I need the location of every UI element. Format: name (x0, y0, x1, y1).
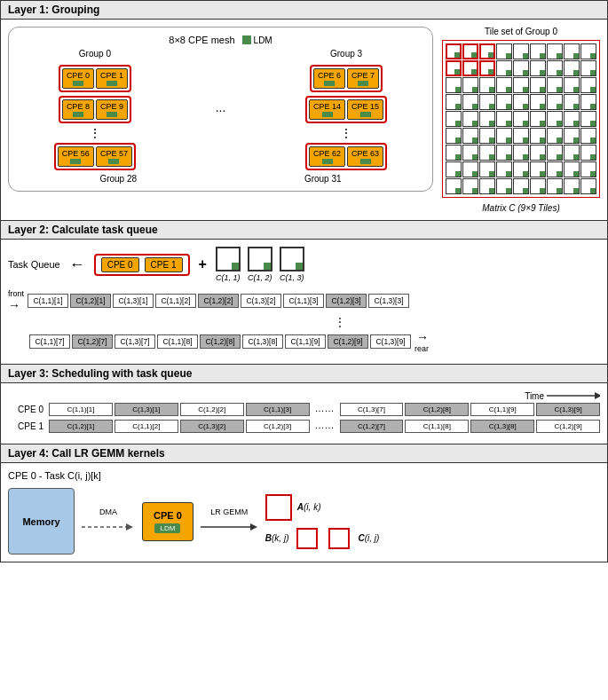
tile-cell-8-7 (564, 178, 580, 194)
cpe9-box: CPE 9 (96, 99, 128, 120)
layer1-section: Layer 1: Grouping 8×8 CPE mesh LDM Group… (1, 1, 607, 221)
layer2-content: Task Queue ← CPE 0 CPE 1 + C(1, 1) (1, 240, 607, 364)
tile-cell-7-2 (479, 161, 495, 177)
group0-label: Group 0 (79, 49, 111, 59)
qr2-c5: C(1,2)[8] (200, 334, 241, 349)
tile-ldm-5-6 (557, 138, 562, 143)
schedule-header: Time (8, 390, 600, 401)
tile-cell-4-3 (496, 111, 512, 127)
tile-ldm-1-8 (590, 70, 596, 75)
group-bottom-labels: Group 28 Group 31 (16, 174, 425, 184)
tile-c13-ldm (296, 263, 303, 270)
qr2-c6: C(1,3)[8] (242, 334, 283, 349)
tile-cell-4-2 (479, 111, 495, 127)
cpe-task-label: CPE 0 - Task C(i, j)[k] (8, 470, 600, 481)
tile-ldm-2-0 (455, 87, 461, 92)
tile-cell-1-1 (462, 60, 478, 76)
group3-row-bottom: CPE 62 CPE 63 (305, 143, 387, 170)
rear-label: rear (415, 344, 429, 353)
memory-box: Memory (8, 488, 75, 554)
tile-c13-icon: C(1, 3) (280, 247, 304, 282)
tile-cell-3-3 (496, 94, 512, 110)
tile-c12-label: C(1, 2) (248, 273, 272, 282)
cpe15-ldm (360, 112, 371, 117)
matrix-b-tile (296, 528, 318, 549)
qr1-c6: C(1,3)[2] (241, 294, 281, 308)
ldm-legend-label: LDM (254, 35, 272, 45)
tile-ldm-3-7 (573, 104, 579, 109)
qr1-c4: C(1,1)[2] (155, 294, 196, 308)
tile-ldm-7-5 (540, 171, 545, 177)
ldm-badge-label: LDM (160, 524, 175, 532)
tile-ldm-8-4 (523, 188, 528, 193)
tile-cell-8-6 (547, 178, 563, 194)
tile-cell-6-3 (496, 145, 512, 161)
cpe0-dots: …… (312, 403, 338, 416)
layer1-content: 8×8 CPE mesh LDM Group 0 CPE 0 (1, 20, 607, 220)
tile-ldm-6-7 (573, 154, 579, 160)
task-queue-row: Task Queue ← CPE 0 CPE 1 + C(1, 1) (8, 247, 600, 282)
dma-arrow-area: DMA (82, 507, 135, 536)
task-queue-arrow: ← (69, 256, 85, 274)
tile-ldm-7-4 (523, 171, 528, 177)
tile-ldm-1-3 (506, 70, 511, 75)
group0-row1: CPE 0 CPE 1 (59, 65, 131, 92)
dma-arrow-svg (82, 518, 135, 536)
tile-ldm-7-1 (472, 171, 478, 177)
cpe1-c2: C(1,1)[2] (114, 420, 178, 433)
tile-ldm-8-0 (455, 188, 461, 193)
matrix-c-label: C(i, j) (358, 533, 379, 543)
tile-ldm-7-2 (489, 171, 494, 177)
queue-row2: C(1,1)[7] C(1,2)[7] C(1,3)[7] C(1,1)[8] … (29, 334, 411, 349)
tile-cell-8-8 (580, 178, 596, 194)
tile-ldm-5-7 (573, 138, 579, 143)
tile-cell-7-3 (496, 161, 512, 177)
tile-ldm-0-2 (488, 52, 494, 58)
tile-cell-5-5 (530, 128, 546, 144)
tile-cell-7-4 (513, 161, 529, 177)
tile-ldm-0-1 (471, 52, 477, 58)
tile-ldm-0-3 (506, 53, 511, 59)
tile-ldm-5-1 (472, 138, 478, 143)
tile-cell-2-0 (446, 77, 462, 93)
cpe1-box: CPE 1 (96, 68, 128, 89)
tile-cell-3-0 (446, 94, 462, 110)
tile-ldm-2-6 (557, 87, 562, 92)
cpe15-box: CPE 15 (347, 99, 383, 120)
tile-ldm-6-4 (523, 154, 528, 160)
tile-ldm-6-3 (506, 154, 511, 160)
tile-grid-container (442, 40, 600, 198)
tile-cell-4-7 (564, 111, 580, 127)
tile-cell-5-6 (547, 128, 563, 144)
svg-marker-5 (250, 523, 257, 531)
tile-cell-7-7 (564, 161, 580, 177)
tile-cell-2-5 (530, 77, 546, 93)
cpe0-c1: C(1,1)[1] (49, 403, 113, 416)
layer4-title: Layer 4: Call LR GEMM kernels (8, 447, 165, 460)
svg-marker-3 (126, 523, 133, 531)
matrix-b-label: B(k, j) (265, 533, 289, 543)
layer2-title: Layer 2: Calculate task queue (8, 224, 158, 236)
cpe63-box: CPE 63 (347, 146, 383, 167)
qr2-c2: C(1,2)[7] (72, 334, 113, 349)
tile-cell-6-1 (462, 145, 478, 161)
cpe1-c1: C(1,2)[1] (49, 420, 113, 433)
cpe1-cells: C(1,2)[1] C(1,1)[2] C(1,3)[2] C(1,2)[3] … (49, 420, 600, 433)
tile-ldm-1-6 (557, 70, 562, 75)
tile-cell-0-0 (446, 43, 462, 59)
qr1-c7: C(1,1)[3] (283, 294, 324, 308)
tile-cell-7-8 (580, 161, 596, 177)
tile-ldm-5-4 (523, 138, 528, 143)
tile-ldm-4-4 (523, 121, 528, 126)
tile-cell-7-0 (446, 161, 462, 177)
tile-ldm-0-0 (454, 52, 460, 58)
cpe63-ldm (360, 159, 371, 164)
tile-cell-0-4 (513, 43, 529, 59)
lr-gemm-label: LR GEMM (210, 507, 248, 516)
tile-cell-5-7 (564, 128, 580, 144)
cpe0-main-label: CPE 0 (154, 510, 182, 521)
tile-ldm-8-2 (489, 188, 494, 193)
front-arrow: → (8, 298, 20, 312)
time-arrow: Time (525, 390, 600, 401)
tile-ldm-2-3 (506, 87, 511, 92)
